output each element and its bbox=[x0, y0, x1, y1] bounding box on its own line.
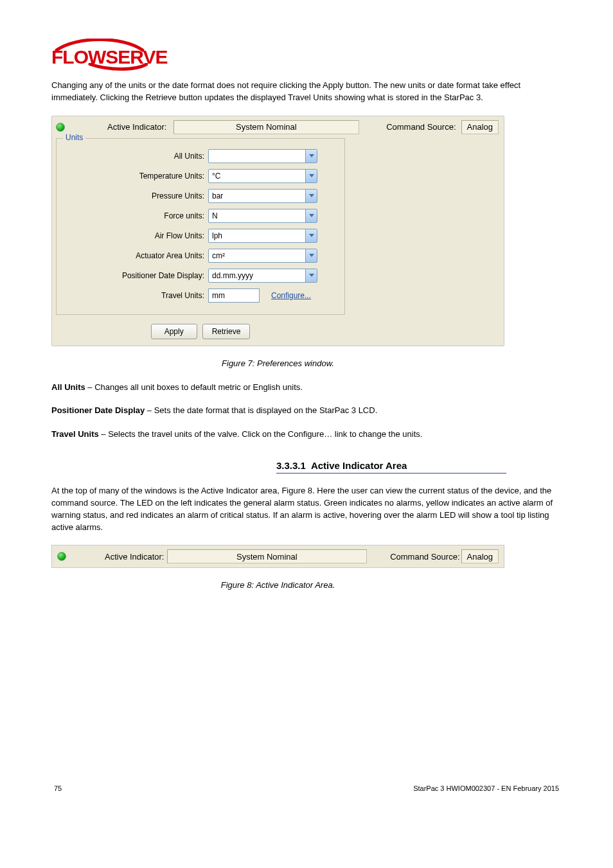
temperature-units-label: Temperature Units: bbox=[62, 172, 208, 181]
select-value: lph bbox=[209, 229, 305, 242]
select-value: dd.mm.yyyy bbox=[209, 269, 305, 282]
date-display-description: Positioner Date Display – Sets the date … bbox=[51, 405, 562, 417]
chevron-down-icon[interactable] bbox=[305, 150, 317, 163]
chevron-down-icon[interactable] bbox=[305, 209, 317, 222]
force-units-select[interactable]: N bbox=[208, 209, 317, 223]
brand-logo: FLOWSERVE bbox=[51, 39, 562, 68]
force-units-label: Force units: bbox=[62, 211, 208, 220]
command-source-value: Analog bbox=[461, 120, 499, 134]
temperature-units-select[interactable]: °C bbox=[208, 169, 317, 183]
logo-underline-icon bbox=[51, 63, 148, 72]
pressure-units-label: Pressure Units: bbox=[62, 191, 208, 200]
positioner-date-select[interactable]: dd.mm.yyyy bbox=[208, 269, 317, 283]
command-source-label: Command Source: bbox=[390, 552, 459, 562]
configure-link[interactable]: Configure... bbox=[271, 291, 311, 300]
actuator-area-units-select[interactable]: cm² bbox=[208, 249, 317, 263]
command-source-value: Analog bbox=[461, 549, 499, 563]
page-number: 75 bbox=[54, 784, 62, 792]
select-value bbox=[209, 150, 305, 163]
units-fieldset: Units All Units: Temperature Units: °C P… bbox=[56, 138, 345, 315]
preferences-window: Active Indicator: System Nominal Command… bbox=[51, 116, 504, 346]
select-value: bar bbox=[209, 190, 305, 202]
chevron-down-icon[interactable] bbox=[305, 229, 317, 242]
chevron-down-icon[interactable] bbox=[305, 170, 317, 182]
active-indicator-label: Active Indicator: bbox=[107, 122, 167, 132]
all-units-label: All Units: bbox=[62, 152, 208, 161]
airflow-units-select[interactable]: lph bbox=[208, 229, 317, 243]
command-source-label: Command Source: bbox=[386, 122, 456, 132]
subsection-heading: 3.3.3.1Active Indicator Area bbox=[276, 460, 506, 474]
doc-id: StarPac 3 HWIOM002307 - EN February 2015 bbox=[413, 784, 559, 792]
page-footer: 75 StarPac 3 HWIOM002307 - EN February 2… bbox=[51, 784, 562, 792]
all-units-description: All Units – Changes all unit boxes to de… bbox=[51, 382, 562, 394]
active-indicator-value: System Nominal bbox=[173, 120, 360, 134]
select-value: °C bbox=[209, 170, 305, 182]
active-indicator-label: Active Indicator: bbox=[105, 552, 164, 562]
active-indicator-value: System Nominal bbox=[167, 549, 368, 563]
figure-caption-2: Figure 8: Active Indicator Area. bbox=[51, 580, 504, 592]
apply-button[interactable]: Apply bbox=[151, 324, 197, 339]
all-units-select[interactable] bbox=[208, 149, 317, 163]
airflow-units-label: Air Flow Units: bbox=[62, 231, 208, 240]
travel-units-value: mm bbox=[208, 288, 260, 303]
travel-units-label: Travel Units: bbox=[62, 291, 208, 300]
active-indicator-area: Active Indicator: System Nominal Command… bbox=[51, 545, 504, 568]
positioner-date-label: Positioner Date Display: bbox=[62, 271, 208, 280]
actuator-area-units-label: Actuator Area Units: bbox=[62, 251, 208, 260]
status-led-icon bbox=[56, 123, 65, 132]
pressure-units-select[interactable]: bar bbox=[208, 189, 317, 203]
fieldset-legend: Units bbox=[63, 133, 85, 142]
chevron-down-icon[interactable] bbox=[305, 190, 317, 202]
figure-caption: Figure 7: Preferences window. bbox=[51, 358, 504, 370]
chevron-down-icon[interactable] bbox=[305, 249, 317, 262]
subsection-paragraph: At the top of many of the windows is the… bbox=[51, 485, 562, 533]
chevron-down-icon[interactable] bbox=[305, 269, 317, 282]
intro-paragraph: Changing any of the units or the date fo… bbox=[51, 80, 562, 104]
travel-units-description: Travel Units – Selects the travel units … bbox=[51, 429, 562, 441]
select-value: cm² bbox=[209, 249, 305, 262]
retrieve-button[interactable]: Retrieve bbox=[202, 324, 251, 339]
status-led-icon bbox=[57, 552, 66, 561]
select-value: N bbox=[209, 209, 305, 222]
